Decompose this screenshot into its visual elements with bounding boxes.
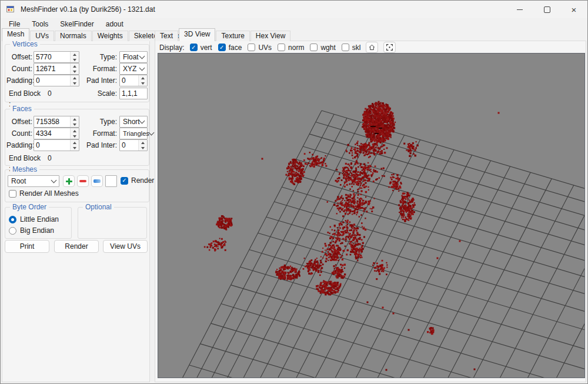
maximize-icon [544,6,550,13]
vertices-type-value: Float [123,53,139,61]
mesh-tab-page: Vertices Offset: Type: Float Count: Form… [2,41,150,382]
render-checkbox[interactable]: Render [121,176,154,185]
mesh-name-field [105,175,117,187]
faces-padinter-input[interactable] [120,140,138,151]
display-checkbox-label: norm [288,44,304,52]
display-checkbox-vert[interactable]: vert [190,44,212,52]
view-uvs-button-label: View UVs [110,242,141,251]
spin-up-icon [141,142,145,144]
render-button[interactable]: Render [54,240,99,253]
display-checkbox-wght[interactable]: wght [310,44,335,52]
menu-adout[interactable]: adout [100,19,129,29]
home-icon [368,44,376,51]
faces-format-combo[interactable]: Triangles [119,128,148,139]
minimize-icon [517,9,523,10]
faces-format-value: Triangles [123,130,149,137]
faces-format-label: Format: [64,128,117,139]
render-all-meshes-checkbox[interactable]: Render All Meshes [9,189,79,198]
tab-3d-view[interactable]: 3D View [179,28,215,41]
mesh-select-combo[interactable]: Root [8,175,59,187]
maximize-button[interactable] [533,1,560,18]
big-endian-label: Big Endian [20,226,54,235]
faces-groupbox: Faces Offset: Type: Short Count: Format:… [5,109,149,166]
faces-offset-label: Offset: [6,116,32,127]
minimize-button[interactable] [506,1,533,18]
vertices-type-combo[interactable]: Float [119,51,148,63]
tab-hex-view[interactable]: Hex View [250,31,290,41]
little-endian-radio[interactable]: Little Endian [9,215,59,223]
big-endian-radio[interactable]: Big Endian [9,226,54,235]
remove-mesh-button[interactable] [77,175,89,187]
close-button[interactable]: × [560,1,587,18]
print-button-label: Print [20,242,35,251]
faces-type-combo[interactable]: Short [119,116,148,128]
spinner-buttons[interactable] [138,75,147,86]
checkbox-icon [278,44,285,51]
focus-view-button[interactable] [383,42,396,53]
tab-normals[interactable]: Normals [55,31,92,41]
mesh-name-input[interactable] [106,176,116,186]
vertices-padinter-spinner [119,75,148,86]
render-all-label: Render All Meshes [19,189,79,198]
faces-endblock-label: End Block : [6,153,44,163]
meshes-title: Meshes [10,165,39,173]
faces-type-value: Short [123,118,140,126]
vertices-scale-label: Scale: [82,88,117,99]
display-checkbox-label: UVs [258,44,272,52]
radio-icon [9,227,16,235]
faces-padinter-label: Pad Inter: [64,140,117,151]
chevron-down-icon [139,54,145,59]
window-title: MeshFinder v0.1a (by Durik256) - 1321.da… [21,5,155,14]
faces-endblock-value: 0 [48,153,52,163]
spin-up-icon [141,77,145,79]
tab-weights[interactable]: Weights [92,31,128,41]
checkbox-icon [310,44,318,51]
vertices-endblock-value: 0 [48,88,52,99]
chevron-down-icon [51,178,57,183]
vertices-padding-label: Padding: [6,75,32,86]
display-checkbox-skl[interactable]: skl [342,44,361,52]
tab-mesh[interactable]: Mesh [2,28,29,41]
display-options: vertfaceUVsnormwghtskl [190,44,361,52]
focus-icon [386,44,393,51]
add-mesh-button[interactable] [63,175,75,187]
rename-mesh-button[interactable] [91,175,103,187]
vertices-format-value: XYZ [123,65,136,73]
faces-count-label: Count: [6,128,32,139]
menu-skelfinder[interactable]: SkelFinder [54,19,99,29]
menu-bar: FileToolsSkelFinderadout [1,18,587,30]
vertices-title: Vertices [10,40,40,48]
vertices-padinter-input[interactable] [120,75,138,86]
byte-order-groupbox: Byte Order Little Endian Big Endian [5,207,72,239]
checkbox-icon [248,44,255,51]
display-bar: Display: vertfaceUVsnormwghtskl [159,42,396,53]
title-bar: MeshFinder v0.1a (by Durik256) - 1321.da… [1,1,587,18]
viewport-canvas[interactable] [158,54,584,378]
print-button[interactable]: Print [5,240,49,253]
display-checkbox-norm[interactable]: norm [278,44,304,52]
spinner-buttons[interactable] [138,140,147,151]
tab-uvs[interactable]: UVs [30,31,54,41]
plus-icon [66,178,72,185]
vertices-scale-input[interactable] [120,88,147,99]
app-icon [6,5,15,14]
chevron-down-icon [139,65,145,71]
display-checkbox-label: vert [201,44,212,52]
home-view-button[interactable] [366,42,378,53]
right-tab-strip: Text3D ViewTextureHex View [155,30,291,41]
vertices-endblock-label: End Block : [6,88,44,99]
menu-tools[interactable]: Tools [26,19,54,29]
minus-icon [79,180,86,182]
render-button-label: Render [65,242,88,251]
checkbox-icon [9,190,16,198]
tab-text[interactable]: Text [155,31,178,41]
display-checkbox-uvs[interactable]: UVs [248,44,272,52]
render-checkbox-label: Render [131,176,154,185]
tab-texture[interactable]: Texture [216,31,249,41]
display-checkbox-face[interactable]: face [218,44,242,52]
view-uvs-button[interactable]: View UVs [103,240,148,253]
vertices-offset-label: Offset: [6,52,32,62]
vertices-format-combo[interactable]: XYZ [119,63,148,75]
display-checkbox-label: face [229,44,242,52]
chevron-down-icon [139,118,145,124]
